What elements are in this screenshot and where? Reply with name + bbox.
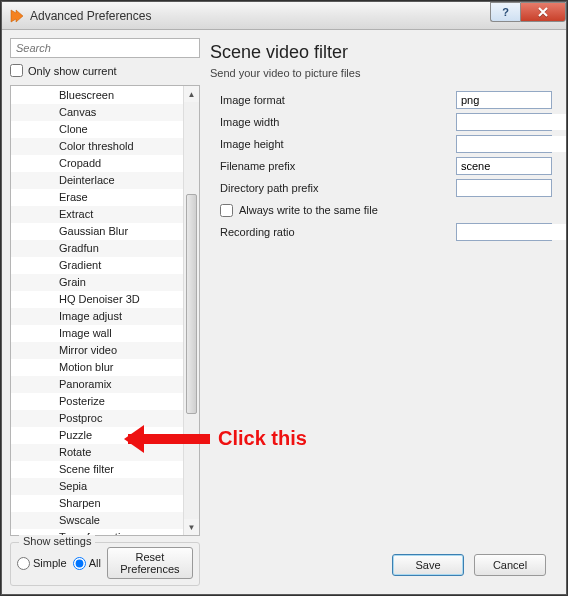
row-image-width: Image width ▲▼ bbox=[210, 111, 552, 133]
checkbox-always-write[interactable] bbox=[220, 204, 233, 217]
row-always-write[interactable]: Always write to the same file bbox=[210, 199, 552, 221]
input-image-width[interactable] bbox=[457, 114, 566, 130]
scroll-down-icon[interactable]: ▼ bbox=[184, 519, 199, 535]
tree-item[interactable]: Gradfun bbox=[11, 240, 183, 257]
scroll-thumb[interactable] bbox=[186, 194, 197, 414]
tree-item[interactable]: Grain bbox=[11, 274, 183, 291]
tree-item[interactable]: Gradient bbox=[11, 257, 183, 274]
scroll-track[interactable] bbox=[184, 102, 199, 519]
input-image-height[interactable] bbox=[457, 136, 566, 152]
input-recording-ratio[interactable] bbox=[457, 224, 566, 240]
tree-item[interactable]: Panoramix bbox=[11, 376, 183, 393]
titlebar[interactable]: Advanced Preferences ? bbox=[2, 2, 566, 30]
row-filename-prefix: Filename prefix bbox=[210, 155, 552, 177]
row-image-format: Image format bbox=[210, 89, 552, 111]
right-pane: Scene video filter Send your video to pi… bbox=[208, 38, 558, 586]
tree-item[interactable]: Swscale bbox=[11, 512, 183, 529]
close-button[interactable] bbox=[520, 2, 566, 22]
tree-item[interactable]: Scene filter bbox=[11, 461, 183, 478]
radio-simple[interactable]: Simple bbox=[17, 557, 67, 570]
label-image-height: Image height bbox=[210, 138, 370, 150]
scrollbar[interactable]: ▲ ▼ bbox=[183, 86, 199, 535]
help-button[interactable]: ? bbox=[490, 2, 520, 22]
tree-item[interactable]: Deinterlace bbox=[11, 172, 183, 189]
tree-item[interactable]: Image adjust bbox=[11, 308, 183, 325]
tree-item[interactable]: Image wall bbox=[11, 325, 183, 342]
tree-item[interactable]: Postproc bbox=[11, 410, 183, 427]
show-settings-legend: Show settings bbox=[19, 535, 95, 547]
save-button[interactable]: Save bbox=[392, 554, 464, 576]
spin-image-width[interactable]: ▲▼ bbox=[456, 113, 552, 131]
tree-item[interactable]: Canvas bbox=[11, 104, 183, 121]
tree-item[interactable]: HQ Denoiser 3D bbox=[11, 291, 183, 308]
show-settings-group: Show settings Simple All Reset Preferenc… bbox=[10, 542, 200, 586]
tree-item[interactable]: Bluescreen bbox=[11, 87, 183, 104]
tree-item[interactable]: Extract bbox=[11, 206, 183, 223]
input-filename-prefix[interactable] bbox=[456, 157, 552, 175]
tree-item[interactable]: Sharpen bbox=[11, 495, 183, 512]
spin-image-height[interactable]: ▲▼ bbox=[456, 135, 552, 153]
label-filename-prefix: Filename prefix bbox=[210, 160, 370, 172]
tree-item[interactable]: Erase bbox=[11, 189, 183, 206]
label-always-write: Always write to the same file bbox=[239, 204, 378, 216]
tree-item[interactable]: Rotate bbox=[11, 444, 183, 461]
input-directory-prefix[interactable] bbox=[456, 179, 552, 197]
tree-item[interactable]: Clone bbox=[11, 121, 183, 138]
radio-all[interactable]: All bbox=[73, 557, 101, 570]
tree[interactable]: BluescreenCanvasCloneColor thresholdCrop… bbox=[11, 86, 183, 535]
body: Only show current BluescreenCanvasCloneC… bbox=[2, 30, 566, 594]
only-show-current-checkbox[interactable] bbox=[10, 64, 23, 77]
label-image-width: Image width bbox=[210, 116, 370, 128]
cancel-button[interactable]: Cancel bbox=[474, 554, 546, 576]
preferences-window: Advanced Preferences ? Only show current… bbox=[1, 1, 567, 595]
tree-item[interactable]: Color threshold bbox=[11, 138, 183, 155]
page-title: Scene video filter bbox=[210, 40, 552, 67]
page-subtitle: Send your video to picture files bbox=[210, 67, 552, 89]
only-show-current-row[interactable]: Only show current bbox=[10, 62, 200, 81]
tree-item[interactable]: Puzzle bbox=[11, 427, 183, 444]
tree-item[interactable]: Gaussian Blur bbox=[11, 223, 183, 240]
label-directory-prefix: Directory path prefix bbox=[210, 182, 370, 194]
search-input[interactable] bbox=[10, 38, 200, 58]
tree-wrap: BluescreenCanvasCloneColor thresholdCrop… bbox=[10, 85, 200, 536]
tree-item[interactable]: Posterize bbox=[11, 393, 183, 410]
scroll-up-icon[interactable]: ▲ bbox=[184, 86, 199, 102]
row-directory-prefix: Directory path prefix bbox=[210, 177, 552, 199]
left-pane: Only show current BluescreenCanvasCloneC… bbox=[10, 38, 200, 586]
spin-recording-ratio[interactable]: ▲▼ bbox=[456, 223, 552, 241]
app-icon bbox=[8, 8, 24, 24]
tree-item[interactable]: Mirror video bbox=[11, 342, 183, 359]
footer: Save Cancel bbox=[210, 544, 552, 586]
row-recording-ratio: Recording ratio ▲▼ bbox=[210, 221, 552, 243]
label-recording-ratio: Recording ratio bbox=[210, 226, 370, 238]
tree-item[interactable]: Motion blur bbox=[11, 359, 183, 376]
only-show-current-label: Only show current bbox=[28, 65, 117, 77]
reset-preferences-button[interactable]: Reset Preferences bbox=[107, 547, 193, 579]
tree-item[interactable]: Cropadd bbox=[11, 155, 183, 172]
window-title: Advanced Preferences bbox=[30, 9, 151, 23]
tree-item[interactable]: Sepia bbox=[11, 478, 183, 495]
input-image-format[interactable] bbox=[456, 91, 552, 109]
close-icon bbox=[537, 7, 549, 17]
label-image-format: Image format bbox=[210, 94, 370, 106]
row-image-height: Image height ▲▼ bbox=[210, 133, 552, 155]
